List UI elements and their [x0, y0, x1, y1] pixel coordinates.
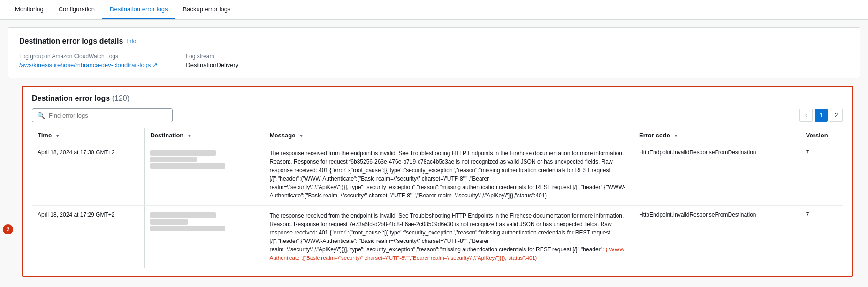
col-time[interactable]: Time ▼ — [32, 128, 145, 143]
sort-icon-message: ▼ — [299, 133, 304, 138]
error-logs-table: Time ▼ Destination ▼ Message ▼ Error c — [32, 128, 843, 268]
search-icon: 🔍 — [37, 112, 45, 119]
dest-blurred-line-3 — [150, 226, 225, 231]
details-section: Destination error logs details Info Log … — [8, 27, 860, 78]
log-group-label: Log group in Amazon CloudWatch Logs — [19, 53, 158, 60]
row2-error-code: HttpEndpoint.InvalidResponseFromDestinat… — [633, 206, 800, 268]
col-error-code[interactable]: Error code ▼ — [633, 128, 800, 143]
row1-message: The response received from the endpoint … — [264, 143, 633, 206]
row1-destination — [145, 143, 264, 206]
log-group-link[interactable]: /aws/kinesisfirehose/mbranca-dev-cloudtr… — [19, 61, 158, 68]
row-indicator-badge: 2 — [3, 224, 13, 234]
info-link[interactable]: Info — [127, 38, 136, 45]
tab-monitoring[interactable]: Monitoring — [8, 0, 51, 19]
dest-blurred-line-1 — [150, 212, 216, 218]
search-input[interactable] — [49, 112, 168, 119]
row1-version: 7 — [800, 143, 843, 206]
log-stream-value: DestinationDelivery — [186, 61, 238, 68]
error-logs-section: Destination error logs (120) 🔍 ‹ 1 2 Tim… — [22, 86, 853, 277]
details-title: Destination error logs details Info — [19, 37, 849, 45]
row2-message: The response received from the endpoint … — [264, 206, 633, 268]
row1-time: April 18, 2024 at 17:30 GMT+2 — [32, 143, 145, 206]
sort-icon-time: ▼ — [55, 133, 60, 138]
external-link-icon: ↗ — [152, 61, 158, 68]
col-message[interactable]: Message ▼ — [264, 128, 633, 143]
pagination: ‹ 1 2 — [799, 109, 843, 122]
page-2-button[interactable]: 2 — [830, 109, 843, 122]
dest-blurred-line-2 — [150, 219, 188, 225]
col-version: Version — [800, 128, 843, 143]
prev-page-button[interactable]: ‹ — [799, 109, 813, 122]
dest-blurred-line-3 — [150, 163, 225, 169]
tab-backup-error-logs[interactable]: Backup error logs — [175, 0, 238, 19]
table-wrapper: Time ▼ Destination ▼ Message ▼ Error c — [32, 128, 843, 268]
row2-time: April 18, 2024 at 17:29 GMT+2 — [32, 206, 145, 268]
page-1-button[interactable]: 1 — [815, 109, 828, 122]
tabs-bar: Monitoring Configuration Destination err… — [0, 0, 868, 20]
search-box: 🔍 — [32, 108, 173, 122]
tab-configuration[interactable]: Configuration — [51, 0, 102, 19]
tab-destination-error-logs[interactable]: Destination error logs — [102, 0, 175, 19]
dest-blurred-line-2 — [150, 157, 197, 162]
error-count-badge: (120) — [112, 94, 129, 102]
sort-icon-destination: ▼ — [187, 133, 192, 138]
sort-icon-error-code: ▼ — [673, 133, 678, 138]
row1-error-code: HttpEndpoint.InvalidResponseFromDestinat… — [633, 143, 800, 206]
table-row: April 18, 2024 at 17:30 GMT+2 The respon… — [32, 143, 843, 206]
table-row: April 18, 2024 at 17:29 GMT+2 The respon… — [32, 206, 843, 268]
dest-blurred-line-1 — [150, 150, 216, 156]
row2-destination — [145, 206, 264, 268]
col-destination[interactable]: Destination ▼ — [145, 128, 264, 143]
row2-version: 7 — [800, 206, 843, 268]
log-stream-label: Log stream — [186, 53, 238, 60]
error-logs-title: Destination error logs (120) — [32, 94, 843, 103]
